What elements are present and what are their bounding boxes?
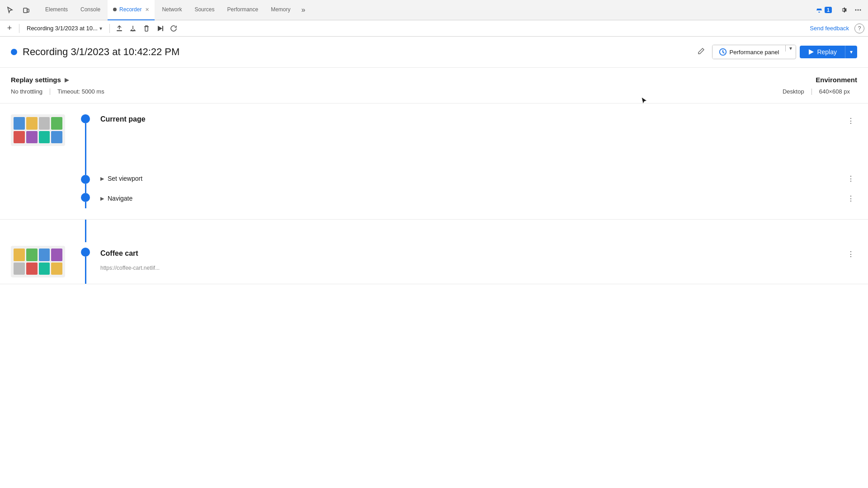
timeout-value: Timeout: 5000 ms [57,88,112,95]
settings-title-text: Replay settings [11,76,61,84]
tab-performance[interactable]: Performance [222,0,264,20]
svg-marker-11 [809,49,814,55]
replay-dropdown-button[interactable]: ▾ [845,46,857,58]
toolbar-divider-1 [19,24,19,33]
recording-selector[interactable]: Recording 3/1/2023 at 10... ▾ [23,23,106,33]
recording-selector-caret: ▾ [99,25,102,32]
current-page-more-button[interactable]: ⋮ [844,114,857,127]
replay-button[interactable]: Replay [800,46,845,58]
group-connector [0,220,868,242]
add-recording-button[interactable]: + [4,23,15,34]
performance-panel-wrapper: Performance panel ▾ [712,45,797,59]
edit-recording-icon[interactable] [696,46,707,58]
step-dot-2 [81,248,90,257]
navigate-step[interactable]: ▶ Navigate [100,195,132,202]
tab-right-icons: 1 [812,4,864,16]
sub-dot-navigate [81,193,90,202]
svg-rect-5 [117,30,122,31]
throttling-value: No throttling [11,88,50,95]
env-separator [811,89,812,95]
tab-recorder[interactable]: Recorder ✕ [108,0,155,20]
settings-arrow-icon: ▶ [65,77,69,83]
tab-elements[interactable]: Elements [40,0,73,20]
tab-icon-group [4,4,33,16]
replay-settings-toggle[interactable]: Replay settings ▶ [11,76,783,84]
svg-rect-6 [130,30,136,31]
coffee-cart-url: https://coffee-cart.netlif... [100,265,844,271]
set-viewport-step[interactable]: ▶ Set viewport [100,175,142,182]
step-dot-1 [81,114,90,123]
environment-values: Desktop 640×608 px [783,88,857,95]
viewport-step-label: Set viewport [108,175,142,182]
svg-marker-7 [158,26,162,31]
toolbar-divider-2 [109,24,110,33]
send-feedback-link[interactable]: Send feedback [810,25,849,32]
more-options-icon[interactable] [852,4,864,16]
svg-point-10 [722,52,723,53]
sub-line-before-viewport [85,169,86,175]
navigate-step-label: Navigate [108,195,132,202]
header-actions: Performance panel ▾ Replay ▾ [712,45,857,59]
more-tabs-icon[interactable]: » [298,0,309,20]
navigate-more-button[interactable]: ⋮ [844,192,857,205]
svg-rect-8 [162,26,163,31]
delete-recording-button[interactable] [141,23,152,34]
notification-badge: 1 [825,7,832,13]
settings-section: Replay settings ▶ No throttling Timeout:… [0,68,868,103]
sub-line-after-navigate [85,202,86,208]
performance-panel-button[interactable]: Performance panel [712,45,786,59]
sub-dot-viewport [81,175,90,184]
env-resolution: 640×608 px [819,88,857,95]
step-timeline-2 [74,248,97,284]
recording-header: Recording 3/1/2023 at 10:42:22 PM Perfor… [0,37,868,68]
sub-line-after-viewport [85,184,86,188]
device-toggle-icon[interactable] [20,4,33,16]
settings-icon[interactable] [837,4,850,16]
perf-caret-icon: ▾ [789,45,792,52]
viewport-expand-icon: ▶ [100,176,104,182]
play-once-button[interactable] [154,23,166,34]
performance-panel-dropdown[interactable]: ▾ [785,45,796,52]
viewport-more-button[interactable]: ⋮ [844,172,857,185]
svg-rect-0 [24,8,27,13]
help-button[interactable]: ? [854,23,864,33]
tab-memory[interactable]: Memory [265,0,296,20]
tab-console[interactable]: Console [75,0,106,20]
loop-replay-button[interactable] [168,23,179,34]
settings-values: No throttling Timeout: 5000 ms [11,88,783,95]
svg-point-2 [855,9,857,11]
replay-label: Replay [817,48,837,56]
step-line-1 [85,123,86,169]
replay-button-wrapper: Replay ▾ [800,46,857,58]
pointer-icon[interactable] [4,4,16,16]
step-line-2 [85,257,86,284]
sub-line-before-navigate [85,188,86,193]
settings-left: Replay settings ▶ No throttling Timeout:… [11,76,783,95]
coffee-cart-thumbnail [11,246,65,277]
performance-panel-label: Performance panel [730,49,779,56]
svg-point-3 [858,9,859,11]
env-desktop: Desktop [783,88,811,95]
tab-sources[interactable]: Sources [189,0,220,20]
download-recording-button[interactable] [127,23,139,34]
svg-rect-1 [27,9,29,12]
navigate-expand-icon: ▶ [100,196,104,202]
recorder-close-icon[interactable]: ✕ [145,7,149,13]
tab-network[interactable]: Network [156,0,187,20]
notification-button[interactable]: 1 [812,5,835,15]
record-dot [113,8,117,11]
environment-title: Environment [783,76,857,84]
step-group-coffee-cart: Coffee cart https://coffee-cart.netlif..… [0,242,868,284]
step-content-1: Current page [97,114,844,131]
coffee-cart-more-button[interactable]: ⋮ [844,248,857,260]
step-group-current-page: Current page ⋮ ▶ [0,103,868,220]
steps-list: Current page ⋮ ▶ [0,103,868,284]
recording-title: Recording 3/1/2023 at 10:42:22 PM [23,46,690,58]
settings-separator [50,89,50,95]
upload-recording-button[interactable] [113,23,125,34]
current-page-thumbnail [11,114,65,146]
settings-right: Environment Desktop 640×608 px [783,76,857,95]
step-content-2: Coffee cart https://coffee-cart.netlif..… [97,248,844,284]
svg-point-4 [860,9,861,11]
main-content: Recording 3/1/2023 at 10:42:22 PM Perfor… [0,37,868,284]
